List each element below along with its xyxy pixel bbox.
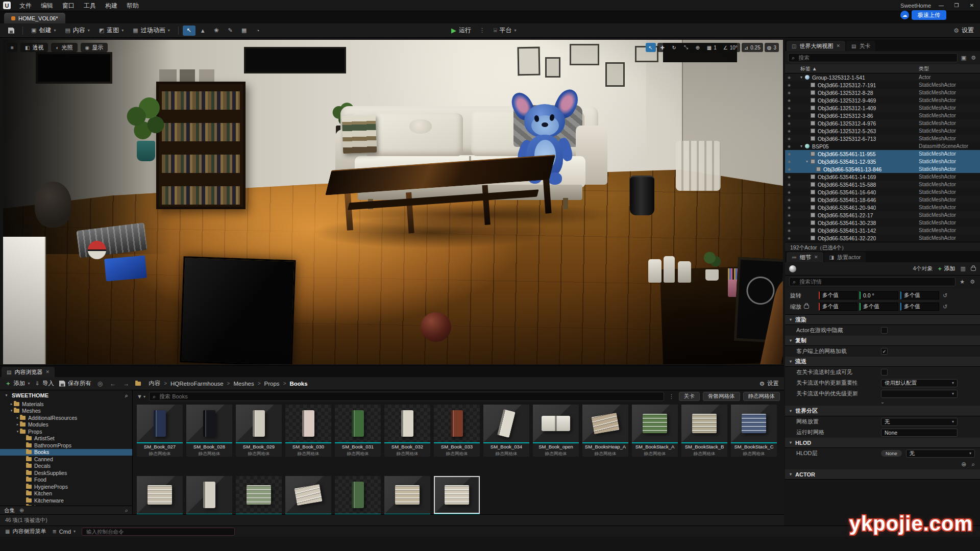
- scale-lock-icon[interactable]: [804, 305, 809, 309]
- asset-tile[interactable]: SM_Book_029静态网格体: [236, 405, 282, 457]
- visibility-eye-icon[interactable]: ◉: [785, 160, 793, 164]
- section-header[interactable]: ▾复制: [785, 336, 980, 346]
- outliner-row[interactable]: ◉Obj3d66-535461-20-940StaticMeshActor: [785, 204, 980, 211]
- fracture-mode-button[interactable]: ◔: [252, 26, 264, 36]
- select-tool-icon[interactable]: ↖: [646, 43, 656, 52]
- outliner-row[interactable]: ◉Obj3d66-535461-15-588StaticMeshActor: [785, 181, 980, 188]
- visibility-eye-icon[interactable]: ◉: [785, 83, 793, 87]
- save-button[interactable]: [4, 26, 18, 35]
- outliner-row[interactable]: ◉Obj3d66-1325312-8-28StaticMeshActor: [785, 89, 980, 96]
- asset-tile[interactable]: SM_Book_033静态网格体: [434, 405, 480, 457]
- back-arrow-icon[interactable]: ←: [109, 380, 117, 387]
- content-button[interactable]: ▤内容▾: [61, 24, 93, 36]
- asset-tile[interactable]: SM_Book_034静态网格体: [483, 405, 529, 457]
- dropdown[interactable]: 使用默认配置▾: [881, 379, 958, 387]
- close-icon[interactable]: ✕: [814, 255, 818, 260]
- dropdown[interactable]: 无▾: [906, 449, 975, 458]
- add-collection-icon[interactable]: ⊕: [18, 507, 25, 514]
- search-icon[interactable]: ⌕: [125, 392, 128, 399]
- move-tool-icon[interactable]: ✚: [657, 43, 668, 52]
- expander-icon[interactable]: ▸: [15, 422, 20, 427]
- rotate-tool-icon[interactable]: ↻: [669, 43, 679, 52]
- tree-folder[interactable]: DeskSupplies: [0, 469, 132, 477]
- forward-arrow-icon[interactable]: →: [122, 380, 130, 387]
- tree-folder[interactable]: Decals: [0, 463, 132, 470]
- asset-tile[interactable]: SM_Book_030静态网格体: [285, 405, 331, 457]
- tree-folder[interactable]: Canned: [0, 456, 132, 463]
- tab-world-outliner[interactable]: ◫世界大纲视图✕: [787, 41, 845, 51]
- search-icon[interactable]: ⌕: [125, 507, 128, 514]
- add-asset-button[interactable]: ＋添加▾: [5, 380, 30, 387]
- view-mode-selector[interactable]: ◐光照: [51, 43, 77, 52]
- tree-folder[interactable]: BathroomProps: [0, 442, 132, 449]
- visibility-eye-icon[interactable]: ◉: [785, 152, 793, 156]
- expand-advanced-button[interactable]: ⌄: [785, 399, 980, 406]
- section-header[interactable]: ▾世界分区: [785, 406, 980, 416]
- visibility-eye-icon[interactable]: ◉: [785, 229, 793, 233]
- breadcrumb-segment[interactable]: Props: [264, 381, 280, 387]
- asset-tile[interactable]: SM_BookStack_C静态网格体: [731, 405, 777, 457]
- section-header[interactable]: ▾ACTOR: [785, 469, 980, 480]
- outliner-row[interactable]: ◉Obj3d66-1325312-7-191StaticMeshActor: [785, 81, 980, 89]
- filter-chip[interactable]: 静态网格体: [743, 392, 780, 401]
- tree-folder[interactable]: Food: [0, 477, 132, 484]
- dropdown[interactable]: 无▾: [881, 418, 958, 426]
- asset-search-input[interactable]: [158, 393, 660, 400]
- outliner-row[interactable]: ◉▾Group-1325312-1-541Actor: [785, 73, 980, 81]
- tab-content-browser[interactable]: ▤内容浏览器✕: [2, 367, 55, 377]
- visibility-eye-icon[interactable]: ◉: [785, 190, 793, 194]
- visibility-eye-icon[interactable]: ◉: [785, 137, 793, 141]
- menu-item-3[interactable]: 工具: [79, 0, 101, 11]
- tree-folder[interactable]: ▾Meshes: [0, 408, 132, 415]
- asset-tile[interactable]: [285, 476, 331, 515]
- collections-row[interactable]: 合集 ⊕ ⌕: [0, 506, 132, 515]
- outliner-row[interactable]: ◉Obj3d66-1325312-4-976StaticMeshActor: [785, 119, 980, 127]
- plus-circle-icon[interactable]: ⊕: [961, 461, 966, 468]
- asset-tile[interactable]: SM_Book_032静态网格体: [384, 405, 430, 457]
- scale-z-field[interactable]: 多个值: [900, 303, 939, 311]
- viewport-menu-icon[interactable]: ≡: [7, 43, 17, 52]
- cinematics-button[interactable]: ▦过场动画▾: [129, 24, 174, 36]
- breadcrumb-segment[interactable]: HQRetroFarmhouse: [170, 381, 224, 387]
- asset-tile[interactable]: [236, 476, 282, 515]
- mesh-paint-mode-button[interactable]: ▦: [238, 26, 251, 36]
- tree-root[interactable]: ▾ SWEETHOME ⌕: [0, 390, 132, 400]
- visibility-eye-icon[interactable]: ◉: [785, 236, 793, 240]
- expander-icon[interactable]: ▾: [804, 159, 810, 164]
- level-tab[interactable]: HOME_VOL06*: [4, 13, 65, 23]
- tree-folder[interactable]: ArtistSet: [0, 435, 132, 442]
- outliner-row[interactable]: ◉Obj3d66-535461-30-238StaticMeshActor: [785, 219, 980, 227]
- close-icon[interactable]: ✕: [836, 43, 840, 48]
- maximize-button[interactable]: ❐: [952, 0, 961, 11]
- console-input-box[interactable]: [82, 528, 235, 536]
- close-button[interactable]: ✕: [968, 0, 976, 11]
- asset-tile[interactable]: [186, 476, 232, 515]
- visibility-eye-icon[interactable]: ◉: [785, 144, 793, 148]
- content-drawer-button[interactable]: ▦内容侧滑菜单: [5, 528, 46, 535]
- create-button[interactable]: ▣创建▾: [27, 24, 60, 36]
- scale-y-field[interactable]: 多个值: [860, 303, 898, 311]
- details-settings-icon[interactable]: ⚙: [969, 279, 976, 285]
- tree-folder[interactable]: ▾Props: [0, 428, 132, 435]
- menu-item-4[interactable]: 构建: [101, 0, 122, 11]
- filter-chip[interactable]: 骨骼网格体: [703, 392, 740, 401]
- history-icon[interactable]: ◎: [96, 380, 104, 387]
- visibility-eye-icon[interactable]: ◉: [785, 221, 793, 225]
- checkbox[interactable]: [881, 369, 888, 375]
- visibility-eye-icon[interactable]: ◉: [785, 129, 793, 133]
- cmd-selector[interactable]: ≣Cmd▾: [52, 529, 76, 535]
- tree-folder[interactable]: Kitchen: [0, 490, 132, 497]
- outliner-row[interactable]: ◉Obj3d66-535461-22-17StaticMeshActor: [785, 211, 980, 219]
- menu-item-2[interactable]: 窗口: [58, 0, 79, 11]
- outliner-filter-icon[interactable]: ▣: [960, 55, 967, 61]
- outliner-row[interactable]: ◉Obj3d66-535461-32-220StaticMeshActor: [785, 234, 980, 242]
- details-searchbox[interactable]: ⌕: [789, 277, 955, 286]
- column-type[interactable]: 类型: [919, 65, 929, 72]
- tree-folder[interactable]: HygieneProps: [0, 483, 132, 490]
- select-mode-button[interactable]: ↖: [183, 26, 195, 36]
- asset-tile[interactable]: SM_Book_027静态网格体: [137, 405, 183, 457]
- asset-tile[interactable]: SM_Book_open静态网格体: [533, 405, 579, 457]
- rotation-x-field[interactable]: 多个值: [819, 291, 857, 299]
- column-label[interactable]: 标签 ▲: [785, 65, 817, 72]
- expander-icon[interactable]: ▾: [15, 430, 20, 434]
